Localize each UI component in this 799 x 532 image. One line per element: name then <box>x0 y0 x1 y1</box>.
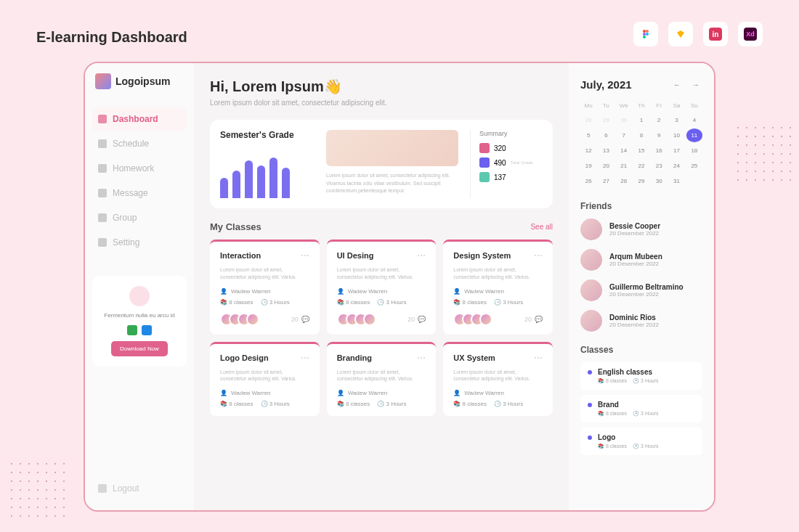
friend-name: Bessie Cooper <box>609 222 660 230</box>
sidebar-item-message[interactable]: Message <box>92 181 187 205</box>
more-icon[interactable]: ⋯ <box>417 250 426 261</box>
calendar-day[interactable]: 10 <box>668 128 684 142</box>
nav-label: Group <box>113 213 137 223</box>
class-card[interactable]: UX System⋯Lorem ipsum dolor sit amet, co… <box>443 342 553 417</box>
calendar-day[interactable]: 11 <box>686 128 702 142</box>
calendar-day[interactable]: 27 <box>598 174 614 188</box>
calendar-day[interactable]: 21 <box>616 159 632 173</box>
person-icon: 👤 <box>453 288 461 295</box>
sidebar-item-schedule[interactable]: Schedule <box>92 132 187 155</box>
download-button[interactable]: Download Now <box>111 341 168 356</box>
class-teacher: 👤 Wadew Warren <box>220 390 309 396</box>
class-card[interactable]: Branding⋯Lorem ipsum dolor sit amet, con… <box>327 342 437 417</box>
class-hours: 🕒 3 Hours <box>494 401 523 407</box>
class-card[interactable]: UI Desing⋯Lorem ipsum dolor sit amet, co… <box>327 240 437 335</box>
calendar-day[interactable]: 28 <box>616 174 632 188</box>
summary-row: 137 <box>479 172 543 182</box>
class-teacher: 👤 Wadew Warren <box>220 288 309 295</box>
calendar-day[interactable]: 28 <box>580 113 596 127</box>
sidebar-item-dashboard[interactable]: Dashboard <box>92 107 187 131</box>
chat-icon: 💬 <box>418 316 426 323</box>
summary-title: Summary <box>479 130 543 137</box>
class-teacher: 👤 Wadew Warren <box>453 288 543 295</box>
more-icon[interactable]: ⋯ <box>301 353 309 363</box>
sketch-icon <box>668 22 693 46</box>
calendar-day[interactable]: 16 <box>651 144 667 157</box>
calendar-dow: Fr <box>651 99 667 112</box>
friend-row[interactable]: Bessie Cooper20 Desember 2022 <box>580 218 702 240</box>
calendar-day[interactable]: 20 <box>598 159 614 173</box>
more-icon[interactable]: ⋯ <box>301 250 309 261</box>
calendar-prev-button[interactable]: ← <box>670 78 684 91</box>
calendar-day[interactable]: 1 <box>633 113 649 127</box>
calendar-dow: Mo <box>580 99 596 112</box>
calendar-day[interactable]: 8 <box>633 128 649 142</box>
class-count: 📚 8 classes <box>453 299 487 306</box>
class-title: Logo Design <box>220 353 269 362</box>
sidebar-item-homework[interactable]: Homework <box>92 157 187 180</box>
more-icon[interactable]: ⋯ <box>534 250 543 261</box>
group-icon <box>98 213 107 222</box>
more-icon[interactable]: ⋯ <box>534 353 543 363</box>
friend-row[interactable]: Arqum Mubeen20 Desember 2022 <box>580 249 702 271</box>
calendar-day[interactable]: 30 <box>651 174 667 188</box>
friend-row[interactable]: Guillermo Beltramino20 Desember 2022 <box>580 279 702 301</box>
calendar-day[interactable]: 18 <box>686 144 702 157</box>
sidebar-item-group[interactable]: Group <box>92 206 187 229</box>
calendar-day[interactable]: 24 <box>668 159 684 173</box>
calendar-day[interactable]: 29 <box>598 113 614 127</box>
class-side-row[interactable]: Brand📚 8 classes🕒 3 Hours <box>580 395 702 422</box>
calendar-day[interactable]: 6 <box>598 128 614 142</box>
calendar-day[interactable]: 26 <box>580 174 596 188</box>
message-icon <box>98 189 107 197</box>
class-side-row[interactable]: English classes📚 8 classes🕒 3 Hours <box>580 362 702 390</box>
class-teacher: 👤 Wadew Warren <box>337 288 426 295</box>
person-icon: 👤 <box>453 390 461 396</box>
calendar-title: July, 2021 <box>580 78 632 91</box>
calendar-day[interactable]: 25 <box>686 159 702 173</box>
calendar-day[interactable]: 15 <box>633 144 649 157</box>
calendar-day[interactable]: 5 <box>580 128 596 142</box>
calendar-day[interactable]: 31 <box>668 174 684 188</box>
class-side-row[interactable]: Logo📚 8 classes🕒 3 Hours <box>580 427 702 455</box>
logout-label: Logout <box>113 483 139 494</box>
setting-icon <box>98 238 107 247</box>
class-side-title: Brand <box>598 401 659 409</box>
class-side-count: 📚 8 classes <box>598 378 627 384</box>
sidebar-item-setting[interactable]: Setting <box>92 231 187 254</box>
calendar-day[interactable]: 29 <box>633 174 649 188</box>
friend-row[interactable]: Dominic Rios20 Desember 2022 <box>580 310 702 332</box>
calendar-day[interactable]: 3 <box>668 113 684 127</box>
calendar-day[interactable]: 13 <box>598 144 614 157</box>
calendar-day[interactable]: 2 <box>651 113 667 127</box>
semester-grade-card: Semester's Grade Lorem ipsum dolor sit a… <box>210 120 553 208</box>
calendar-day[interactable]: 9 <box>651 128 667 142</box>
avatar <box>363 313 376 326</box>
calendar-day[interactable]: 17 <box>668 144 684 157</box>
summary-icon <box>479 157 490 168</box>
calendar-next-button[interactable]: → <box>689 78 702 91</box>
calendar-day[interactable]: 12 <box>580 144 596 157</box>
person-icon: 👤 <box>220 288 227 295</box>
homework-icon <box>98 164 107 173</box>
see-all-link[interactable]: See all <box>530 223 553 231</box>
class-hours: 🕒 3 Hours <box>261 299 290 306</box>
calendar-day[interactable]: 19 <box>580 159 596 173</box>
more-icon[interactable]: ⋯ <box>417 353 426 363</box>
calendar-day[interactable]: 22 <box>633 159 649 173</box>
calendar-day[interactable]: 23 <box>651 159 667 173</box>
grade-bar <box>245 160 253 199</box>
class-hours: 🕒 3 Hours <box>377 299 406 306</box>
class-card[interactable]: Logo Design⋯Lorem ipsum dolor sit amet, … <box>210 342 320 417</box>
calendar-day[interactable]: 4 <box>686 113 702 127</box>
calendar-day[interactable]: 30 <box>616 113 632 127</box>
class-card[interactable]: Interaction⋯Lorem ipsum dolor sit amet, … <box>210 240 320 335</box>
logout-button[interactable]: Logout <box>92 477 187 500</box>
avatar <box>479 313 492 326</box>
calendar-day[interactable]: 14 <box>616 144 632 157</box>
class-card[interactable]: Design System⋯Lorem ipsum dolor sit amet… <box>443 240 553 335</box>
class-desc: Lorem ipsum dolor sit amet, consectetur … <box>337 266 426 281</box>
calendar-day[interactable]: 7 <box>616 128 632 142</box>
nav-label: Schedule <box>113 139 149 149</box>
summary-value: 137 <box>494 173 506 181</box>
